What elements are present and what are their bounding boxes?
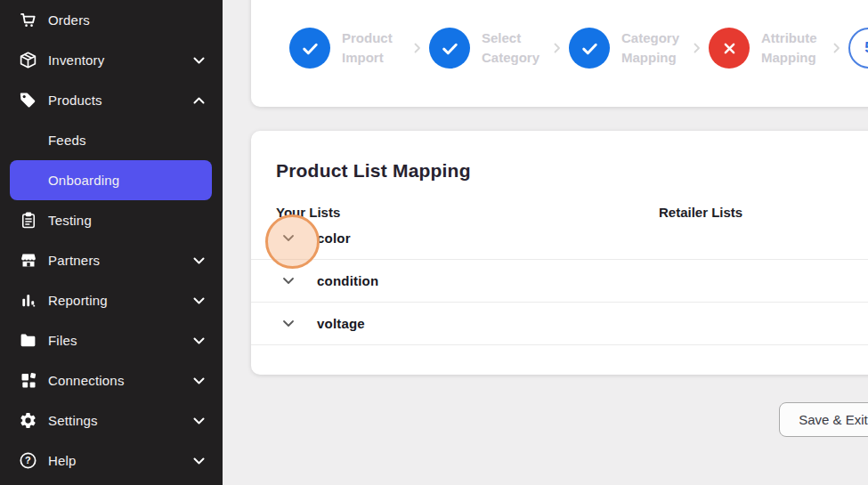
wizard-stepper-card: Product Import Select Category Category … bbox=[251, 0, 868, 107]
sidebar: Orders Inventory Products Feeds Onboardi… bbox=[0, 0, 223, 485]
chevron-down-icon[interactable] bbox=[282, 234, 295, 242]
list-row-label: condition bbox=[317, 273, 378, 288]
step-attribute-mapping[interactable]: Attribute Mapping bbox=[709, 28, 825, 69]
chevron-down-icon bbox=[193, 57, 205, 64]
step-label: Category Mapping bbox=[621, 28, 685, 68]
step-label: Attribute Mapping bbox=[761, 28, 825, 68]
sidebar-item-label: Inventory bbox=[48, 53, 193, 68]
sidebar-item-inventory[interactable]: Inventory bbox=[0, 40, 223, 80]
sidebar-item-label: Help bbox=[48, 453, 193, 468]
step-complete-check-icon bbox=[429, 28, 470, 69]
list-row-label: voltage bbox=[317, 316, 365, 331]
grid-icon bbox=[18, 370, 38, 391]
sidebar-item-label: Onboarding bbox=[48, 173, 194, 188]
sidebar-item-label: Feeds bbox=[48, 133, 205, 148]
list-row-color[interactable]: color bbox=[251, 217, 868, 260]
tag-icon bbox=[18, 90, 38, 110]
step-complete-check-icon bbox=[569, 28, 610, 69]
sidebar-item-label: Orders bbox=[48, 12, 205, 28]
sidebar-item-onboarding[interactable]: Onboarding bbox=[10, 160, 212, 200]
chevron-down-icon[interactable] bbox=[282, 277, 295, 285]
chevron-down-icon bbox=[193, 377, 205, 384]
step-label: Select Category bbox=[482, 28, 546, 68]
page-title: Product List Mapping bbox=[276, 160, 471, 182]
gear-icon bbox=[18, 410, 38, 431]
sidebar-item-label: Testing bbox=[48, 213, 205, 228]
step-separator-chevron-icon bbox=[554, 43, 561, 53]
sidebar-item-files[interactable]: Files bbox=[0, 320, 223, 360]
step-product-import[interactable]: Product Import bbox=[289, 28, 406, 69]
sidebar-item-connections[interactable]: Connections bbox=[0, 360, 223, 400]
chevron-down-icon bbox=[193, 417, 205, 424]
sidebar-item-partners[interactable]: Partners bbox=[0, 240, 223, 280]
step-separator-chevron-icon bbox=[833, 43, 840, 53]
sidebar-item-label: Connections bbox=[48, 373, 193, 388]
sidebar-item-label: Products bbox=[48, 93, 193, 108]
svg-text:?: ? bbox=[25, 455, 31, 465]
chevron-down-icon bbox=[193, 297, 205, 304]
step-select-category[interactable]: Select Category bbox=[429, 28, 546, 69]
sidebar-item-label: Reporting bbox=[48, 293, 193, 308]
save-exit-button[interactable]: Save & Exit bbox=[779, 402, 868, 437]
step-label: Product Import bbox=[342, 28, 406, 68]
clipboard-icon bbox=[18, 210, 38, 230]
step-category-mapping[interactable]: Category Mapping bbox=[569, 28, 685, 69]
sidebar-item-label: Partners bbox=[48, 253, 193, 268]
list-row-voltage[interactable]: voltage bbox=[251, 303, 868, 345]
mapping-rows: color condition voltage bbox=[251, 217, 868, 345]
help-icon: ? bbox=[18, 450, 38, 471]
sidebar-item-label: Files bbox=[48, 333, 193, 348]
product-list-mapping-card: Product List Mapping Your Lists Retailer… bbox=[251, 131, 868, 375]
bar-chart-icon bbox=[18, 290, 38, 311]
step-number-badge: 5 bbox=[848, 28, 868, 69]
chevron-down-icon bbox=[193, 337, 205, 344]
step-separator-chevron-icon bbox=[414, 43, 421, 53]
chevron-down-icon bbox=[193, 257, 205, 264]
step-complete-check-icon bbox=[289, 28, 330, 69]
box-icon bbox=[18, 50, 38, 70]
sidebar-item-reporting[interactable]: Reporting bbox=[0, 280, 223, 320]
step-5[interactable]: 5 bbox=[848, 28, 868, 69]
list-row-condition[interactable]: condition bbox=[251, 260, 868, 303]
step-separator-chevron-icon bbox=[694, 43, 701, 53]
sidebar-item-help[interactable]: ? Help bbox=[0, 441, 223, 481]
wizard-steps: Product Import Select Category Category … bbox=[289, 28, 868, 69]
chevron-down-icon bbox=[193, 457, 205, 465]
step-error-x-icon bbox=[709, 28, 750, 69]
list-row-label: color bbox=[317, 230, 351, 246]
sidebar-item-settings[interactable]: Settings bbox=[0, 400, 223, 441]
chevron-down-icon[interactable] bbox=[282, 319, 295, 327]
sidebar-item-testing[interactable]: Testing bbox=[0, 200, 223, 240]
folder-icon bbox=[18, 330, 38, 351]
sidebar-item-feeds[interactable]: Feeds bbox=[0, 120, 223, 160]
store-icon bbox=[18, 250, 38, 271]
sidebar-item-orders[interactable]: Orders bbox=[0, 0, 223, 40]
sidebar-item-products[interactable]: Products bbox=[0, 80, 223, 120]
chevron-up-icon bbox=[193, 97, 205, 104]
sidebar-item-label: Settings bbox=[48, 413, 193, 428]
cart-icon bbox=[18, 10, 38, 30]
